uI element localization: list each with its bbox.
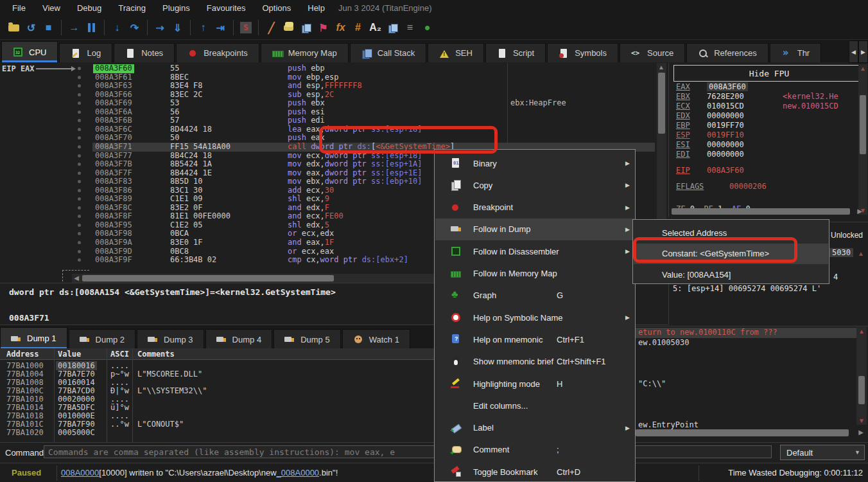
register-row[interactable]: EIP008A3F60 xyxy=(676,166,690,175)
register-row[interactable]: ESP0019FF10 xyxy=(676,130,690,139)
disasm-hscroll-thumb[interactable] xyxy=(82,275,334,281)
menubar-item-plugins[interactable]: Plugins xyxy=(154,3,198,13)
stack-row[interactable] xyxy=(635,389,856,400)
breakpoint-dot[interactable] xyxy=(78,258,81,262)
menu-item-follow-in-memory-map[interactable]: Follow in Memory Map xyxy=(435,263,634,285)
animate-into-icon[interactable]: ⇢ xyxy=(152,22,169,34)
stack-row[interactable] xyxy=(635,369,856,379)
scroll-up-icon[interactable]: ▲ xyxy=(856,249,865,258)
breakpoint-dot[interactable] xyxy=(78,163,81,166)
dump-column-header[interactable]: Address xyxy=(6,350,39,359)
register-row[interactable]: EDI00000000 xyxy=(676,150,690,159)
menu-item-edit-columns-[interactable]: Edit columns... xyxy=(435,395,634,416)
breakpoint-dot[interactable] xyxy=(78,102,81,105)
register-value[interactable]: 7628E200 xyxy=(707,92,744,101)
menu-item-graph[interactable]: GraphG xyxy=(435,285,634,307)
menu-item-toggle-bookmark[interactable]: Toggle BookmarkCtrl+D xyxy=(435,461,634,482)
dump-value[interactable]: 00160014 xyxy=(58,378,95,387)
registers-hscroll-thumb[interactable] xyxy=(672,208,850,215)
tab-source[interactable]: Source xyxy=(620,43,685,62)
scroll-up-icon[interactable]: ▲ xyxy=(857,327,866,335)
stack-row[interactable] xyxy=(635,348,856,359)
status-link[interactable]: 008A0000 xyxy=(61,468,99,478)
calling-convention-combobox[interactable]: Default ▼ xyxy=(780,445,865,460)
status-link[interactable]: _008A0000 xyxy=(277,468,320,478)
tab-threads[interactable]: Thr xyxy=(770,43,822,62)
dump-value[interactable]: 77BA7CD0 xyxy=(58,386,95,395)
breakpoint-dot[interactable] xyxy=(78,128,81,131)
menu-item-label[interactable]: Label▶ xyxy=(435,417,634,439)
hash-icon[interactable]: # xyxy=(349,22,367,33)
register-row[interactable]: EFLAGS00000206 xyxy=(676,182,704,191)
scroll-up-icon[interactable]: ▲ xyxy=(858,64,867,73)
menu-item-follow-in-dump[interactable]: Follow in Dump▶ xyxy=(435,219,634,240)
breakpoint-dot[interactable] xyxy=(78,224,81,227)
breakpoint-dot[interactable] xyxy=(78,145,81,148)
menu-item-show-mnemonic-brief[interactable]: Show mnemonic briefCtrl+Shift+F1 xyxy=(435,351,634,373)
dump-value[interactable]: 0005000C xyxy=(58,428,95,437)
tab-memory-map[interactable]: Memory Map xyxy=(261,43,349,62)
breakpoint-dot[interactable] xyxy=(78,119,81,122)
args-row[interactable]: 5: [esp+14] 00695274 00695274 L' xyxy=(673,284,821,293)
menubar-item-help[interactable]: Help xyxy=(299,3,333,13)
tab-call-stack[interactable]: Call Stack xyxy=(350,43,427,62)
stack-row[interactable]: eturn to new.0100110C from ??? xyxy=(635,328,856,338)
submenu-item-value-008aa154-[interactable]: Value: [008AA154] xyxy=(634,264,828,285)
breakpoint-dot[interactable] xyxy=(78,215,81,218)
breakpoint-dot[interactable] xyxy=(78,136,81,139)
dump-tab-dump-5[interactable]: Dump 5 xyxy=(273,329,341,349)
dump-tab-dump-3[interactable]: Dump 3 xyxy=(137,329,204,349)
execute-till-return-icon[interactable]: ↑ xyxy=(195,22,212,33)
submenu-item-selected-address[interactable]: Selected Address xyxy=(634,222,828,243)
dump-value[interactable]: 00020000 xyxy=(58,395,95,404)
breakpoint-dot[interactable] xyxy=(78,93,81,96)
register-value[interactable]: 00000000 xyxy=(707,150,744,159)
run-icon[interactable]: → xyxy=(65,22,83,33)
unlocked-label[interactable]: Unlocked xyxy=(831,231,863,240)
animate-over-icon[interactable]: ⇓ xyxy=(169,22,186,34)
tab-notes[interactable]: Notes xyxy=(114,43,175,62)
sphere-icon[interactable]: ● xyxy=(419,22,436,33)
comment-bubbles-icon[interactable] xyxy=(284,25,293,31)
breakpoint-dot[interactable] xyxy=(78,232,81,235)
list-icon[interactable]: ≡ xyxy=(401,22,419,33)
register-row[interactable]: EBP0019FF70 xyxy=(676,121,690,130)
menu-item-comment[interactable]: Comment; xyxy=(435,439,634,461)
register-value[interactable]: 00000206 xyxy=(729,182,767,191)
scroll-left-icon[interactable]: ◀ xyxy=(72,274,81,282)
command-input[interactable] xyxy=(44,445,772,458)
annotation-pages-icon[interactable] xyxy=(302,24,310,32)
stack-hscroll-thumb[interactable] xyxy=(636,429,849,436)
breakpoint-dot[interactable] xyxy=(78,67,81,70)
dump-tab-watch-1[interactable]: Watch 1 xyxy=(342,329,410,349)
menu-item-binary[interactable]: Binary▶ xyxy=(435,152,634,174)
stack-vscrollbar[interactable]: ▲ ▼ xyxy=(856,327,867,425)
tab-scroll-right-icon[interactable]: ▶ xyxy=(858,40,868,63)
register-row[interactable]: ECX010015CDnew.010015CD xyxy=(676,102,690,111)
register-row[interactable]: EBX7628E200<kernel32.He xyxy=(676,92,690,101)
menubar-item-view[interactable]: View xyxy=(34,3,69,13)
function-fx-icon[interactable]: fx xyxy=(332,22,349,33)
dump-tab-dump-2[interactable]: Dump 2 xyxy=(69,329,136,349)
dump-value[interactable]: 00180016 xyxy=(56,361,97,370)
register-row[interactable]: EAX008A3F60 xyxy=(676,82,690,91)
tab-cpu[interactable]: CPU xyxy=(1,41,58,62)
dump-tab-dump-4[interactable]: Dump 4 xyxy=(205,329,273,349)
args-row-fragment[interactable]: 5030 xyxy=(829,248,853,257)
register-value[interactable]: 008A3F60 xyxy=(707,82,748,91)
menu-item-highlighting-mode[interactable]: Highlighting modeH xyxy=(435,373,634,395)
run-to-user-code-icon[interactable]: ⇥ xyxy=(212,22,229,34)
stack-pane[interactable]: eturn to new.0100110C from ???ew.0100503… xyxy=(634,326,868,443)
step-over-icon[interactable]: ↷ xyxy=(126,22,143,34)
register-row[interactable]: ESI00000000 xyxy=(676,140,690,149)
menu-item-breakpoint[interactable]: Breakpoint▶ xyxy=(435,197,634,219)
breakpoint-dot[interactable] xyxy=(78,206,81,210)
tab-seh[interactable]: SEH xyxy=(428,43,484,62)
breakpoint-dot[interactable] xyxy=(78,197,81,201)
breakpoint-dot[interactable] xyxy=(78,76,81,79)
menubar-item-file[interactable]: File xyxy=(4,3,34,13)
dump-value[interactable]: 0010000E xyxy=(58,411,95,420)
bookmark-flags-icon[interactable]: ⚑ xyxy=(315,22,332,34)
open-file-icon[interactable] xyxy=(8,24,19,31)
breakpoint-dot[interactable] xyxy=(78,180,81,183)
